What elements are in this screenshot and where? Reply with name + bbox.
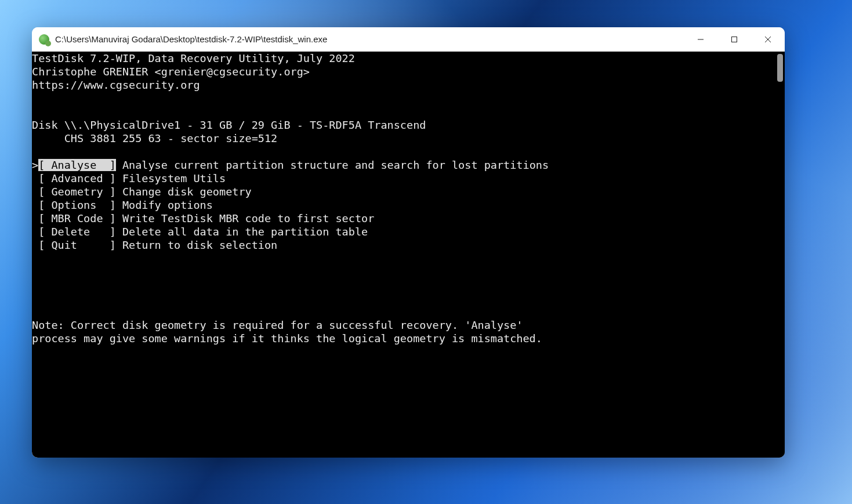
terminal-content: TestDisk 7.2-WIP, Data Recovery Utility,… — [32, 52, 774, 345]
maximize-icon — [731, 36, 738, 43]
menu-item-mbrcode[interactable]: [ MBR Code ] Write TestDisk MBR code to … — [32, 212, 774, 225]
scrollbar-thumb[interactable] — [777, 54, 783, 82]
header-line: Christophe GRENIER <grenier@cgsecurity.o… — [32, 66, 310, 78]
note-line: process may give some warnings if it thi… — [32, 332, 542, 345]
terminal[interactable]: TestDisk 7.2-WIP, Data Recovery Utility,… — [32, 52, 785, 458]
app-icon — [39, 34, 49, 45]
menu-label: [ Quit ] — [32, 239, 116, 251]
menu-label: [ Geometry ] — [32, 186, 116, 198]
close-icon — [764, 36, 771, 43]
menu-label: [ Delete ] — [32, 226, 116, 238]
menu-desc: Filesystem Utils — [116, 172, 226, 184]
menu-desc: Return to disk selection — [116, 239, 277, 251]
menu-marker: > — [32, 159, 38, 171]
menu-item-options[interactable]: [ Options ] Modify options — [32, 198, 774, 212]
titlebar[interactable]: C:\Users\Manuviraj Godara\Desktop\testdi… — [32, 27, 785, 52]
menu-desc: Modify options — [116, 199, 213, 211]
window-controls — [684, 27, 785, 51]
note-line: Note: Correct disk geometry is required … — [32, 319, 523, 331]
menu-label: [ Options ] — [32, 199, 116, 211]
menu-item-advanced[interactable]: [ Advanced ] Filesystem Utils — [32, 172, 774, 185]
menu-item-analyse[interactable]: >[ Analyse ] Analyse current partition s… — [32, 158, 774, 172]
menu-label: [ MBR Code ] — [32, 212, 116, 224]
svg-rect-1 — [732, 37, 737, 42]
disk-info-line: Disk \\.\PhysicalDrive1 - 31 GB / 29 GiB… — [32, 119, 426, 131]
menu-desc: Change disk geometry — [116, 186, 252, 198]
menu-desc: Delete all data in the partition table — [116, 226, 368, 238]
menu-item-quit[interactable]: [ Quit ] Return to disk selection — [32, 238, 774, 252]
disk-info-line: CHS 3881 255 63 - sector size=512 — [32, 132, 277, 144]
menu-desc: Analyse current partition structure and … — [116, 159, 549, 171]
menu-label: [ Analyse ] — [38, 159, 116, 171]
maximize-button[interactable] — [717, 27, 751, 51]
menu-label: [ Advanced ] — [32, 172, 116, 184]
minimize-icon — [697, 36, 704, 43]
app-window: C:\Users\Manuviraj Godara\Desktop\testdi… — [32, 27, 785, 458]
scrollbar-track[interactable] — [774, 52, 785, 458]
minimize-button[interactable] — [684, 27, 717, 51]
menu-item-geometry[interactable]: [ Geometry ] Change disk geometry — [32, 185, 774, 198]
menu-desc: Write TestDisk MBR code to first sector — [116, 212, 375, 224]
menu-item-delete[interactable]: [ Delete ] Delete all data in the partit… — [32, 225, 774, 238]
window-title: C:\Users\Manuviraj Godara\Desktop\testdi… — [55, 34, 684, 44]
header-line: https://www.cgsecurity.org — [32, 79, 200, 91]
close-button[interactable] — [751, 27, 785, 51]
header-line: TestDisk 7.2-WIP, Data Recovery Utility,… — [32, 52, 355, 64]
